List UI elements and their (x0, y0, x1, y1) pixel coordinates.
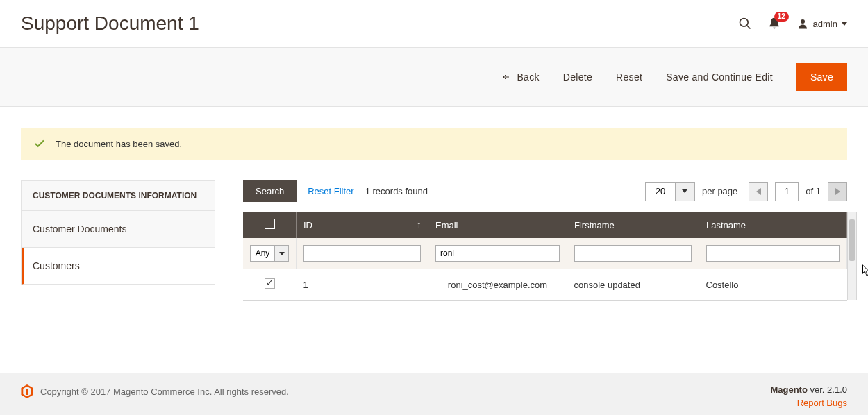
sidebar: CUSTOMER DOCUMENTS INFORMATION Customer … (21, 180, 215, 285)
page-title: Support Document 1 (21, 12, 199, 35)
per-page-label: per page (702, 186, 737, 196)
svg-point-0 (740, 19, 748, 27)
user-menu[interactable]: admin (796, 17, 847, 30)
filter-any-dropdown[interactable] (275, 245, 289, 262)
chevron-down-icon (279, 252, 285, 255)
vertical-scrollbar[interactable] (847, 212, 857, 300)
arrow-left-icon (501, 73, 511, 81)
row-checkbox[interactable] (265, 278, 275, 289)
cell-id: 1 (297, 269, 428, 300)
copyright-text: Copyright © 2017 Magento Commerce Inc. A… (40, 387, 289, 397)
filter-email-input[interactable] (435, 245, 560, 262)
action-bar: Back Delete Reset Save and Continue Edit… (0, 47, 868, 107)
filter-id-input[interactable] (303, 245, 421, 262)
cell-firstname: console updated (567, 269, 699, 300)
per-page-input[interactable] (645, 182, 676, 201)
chevron-down-icon (682, 189, 687, 193)
search-icon[interactable] (738, 17, 752, 31)
back-button[interactable]: Back (501, 71, 539, 83)
next-page-button[interactable] (828, 182, 847, 201)
delete-button[interactable]: Delete (563, 71, 592, 83)
filter-any-input[interactable] (250, 245, 275, 262)
reset-button[interactable]: Reset (616, 71, 642, 83)
column-header-email[interactable]: Email (428, 212, 567, 238)
prev-page-button[interactable] (749, 182, 768, 201)
search-button[interactable]: Search (243, 180, 297, 202)
per-page-dropdown[interactable] (676, 182, 695, 201)
sidebar-title: CUSTOMER DOCUMENTS INFORMATION (22, 181, 215, 211)
chevron-right-icon (835, 188, 840, 195)
report-bugs-link[interactable]: Report Bugs (770, 398, 847, 408)
cell-lastname: Costello (699, 269, 847, 300)
page-total: of 1 (806, 186, 821, 196)
column-header-firstname[interactable]: Firstname (567, 212, 699, 238)
sort-asc-icon: ↑ (417, 220, 421, 230)
footer: Copyright © 2017 Magento Commerce Inc. A… (0, 373, 868, 415)
check-icon (33, 137, 46, 150)
svg-point-2 (801, 19, 805, 24)
reset-filter-link[interactable]: Reset Filter (308, 186, 353, 196)
chevron-left-icon (756, 188, 761, 195)
magento-logo-icon (21, 384, 33, 398)
filter-firstname-input[interactable] (574, 245, 692, 262)
column-header-id[interactable]: ID↑ (297, 212, 428, 238)
sidebar-item-customer-documents[interactable]: Customer Documents (22, 211, 215, 248)
page-input[interactable] (775, 182, 799, 201)
notifications-icon[interactable]: 12 (767, 17, 781, 31)
user-name: admin (813, 19, 837, 29)
notifications-badge: 12 (774, 12, 789, 22)
cell-email: roni_cost@example.com (428, 269, 567, 300)
chevron-down-icon (842, 22, 847, 26)
select-all-checkbox[interactable] (265, 219, 275, 229)
success-text: The document has been saved. (56, 139, 182, 149)
sidebar-item-customers[interactable]: Customers (22, 248, 215, 285)
save-button[interactable]: Save (796, 63, 847, 91)
save-continue-button[interactable]: Save and Continue Edit (666, 71, 773, 83)
user-icon (796, 17, 809, 30)
records-found: 1 records found (365, 186, 428, 196)
success-message: The document has been saved. (21, 128, 847, 160)
filter-lastname-input[interactable] (706, 245, 840, 262)
svg-line-1 (746, 26, 750, 29)
table-row[interactable]: 1 roni_cost@example.com console updated … (243, 269, 847, 300)
version-text: Magento ver. 2.1.0 (770, 384, 847, 395)
column-header-lastname[interactable]: Lastname (699, 212, 847, 238)
